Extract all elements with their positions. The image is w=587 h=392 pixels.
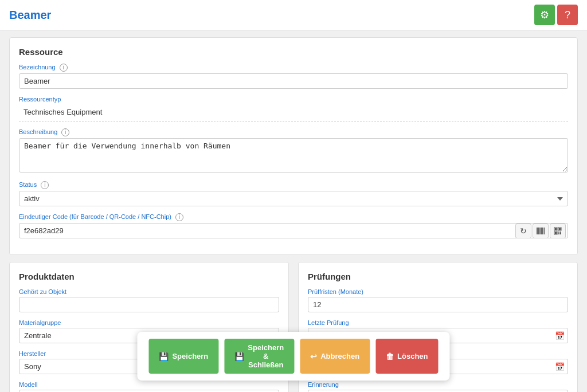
- gehoert-input[interactable]: [19, 297, 279, 312]
- page-title: Beamer: [9, 9, 51, 22]
- gear-button[interactable]: ⚙: [534, 5, 555, 25]
- code-input[interactable]: [19, 223, 568, 238]
- svg-rect-13: [560, 232, 561, 233]
- svg-rect-11: [555, 232, 557, 234]
- beschreibung-info-icon: i: [61, 128, 69, 136]
- prueffristen-group: Prüffristen (Monate): [308, 288, 568, 312]
- status-label: Status i: [19, 181, 568, 189]
- ressourcentyp-group: Ressourcentyp Technisches Equipment: [19, 96, 568, 121]
- beschreibung-textarea[interactable]: Beamer für die Verwendung innerhalb von …: [19, 138, 568, 173]
- action-bar: 💾 Speichern 💾 Speichern & Schließen ↩ Ab…: [137, 332, 449, 381]
- code-info-icon: i: [175, 213, 183, 221]
- produktdaten-title: Produktdaten: [19, 272, 279, 281]
- status-info-icon: i: [41, 181, 49, 189]
- svg-rect-5: [544, 228, 545, 234]
- cancel-icon: ↩: [310, 352, 317, 361]
- svg-rect-4: [542, 228, 543, 234]
- code-group: Eindeutiger Code (für Barcode / QR-Code …: [19, 213, 568, 238]
- letzte-calendar-icon[interactable]: 📅: [555, 331, 565, 340]
- erinnerung-input-wrapper: 📅: [308, 390, 568, 392]
- save-button[interactable]: 💾 Speichern: [148, 339, 218, 374]
- top-bar-icons: ⚙ ?: [534, 5, 578, 25]
- code-label: Eindeutiger Code (für Barcode / QR-Code …: [19, 213, 568, 221]
- gehoert-label: Gehört zu Objekt: [19, 288, 279, 295]
- bezeichnung-info-icon: i: [60, 64, 68, 72]
- save-close-button[interactable]: 💾 Speichern & Schließen: [224, 339, 294, 374]
- ressourcentyp-label: Ressourcentyp: [19, 96, 568, 103]
- svg-rect-15: [560, 233, 561, 234]
- cancel-label: Abbrechen: [320, 352, 359, 360]
- bezeichnung-input[interactable]: [19, 73, 568, 89]
- erinnerung-label: Erinnerung: [308, 381, 568, 388]
- bezeichnung-group: Bezeichnung i: [19, 64, 568, 89]
- status-group: Status i aktiv inaktiv gesperrt: [19, 181, 568, 206]
- svg-rect-12: [558, 232, 559, 233]
- svg-rect-3: [541, 228, 542, 234]
- cancel-button[interactable]: ↩ Abbrechen: [300, 339, 370, 374]
- svg-rect-0: [537, 228, 538, 234]
- modell-input[interactable]: [19, 390, 279, 392]
- erinnerung-input[interactable]: [308, 390, 568, 392]
- prueffristen-input[interactable]: [308, 297, 568, 312]
- barcode-icon-btn[interactable]: [533, 224, 549, 238]
- ressourcentyp-value: Technisches Equipment: [19, 104, 568, 121]
- pruefungen-title: Prüfungen: [308, 272, 568, 281]
- beschreibung-label: Beschreibung i: [19, 128, 568, 136]
- code-input-wrapper: ↻: [19, 223, 568, 238]
- save-label: Speichern: [172, 352, 208, 360]
- save-icon: 💾: [159, 352, 169, 361]
- svg-rect-1: [538, 228, 539, 234]
- materialgruppe-label: Materialgruppe: [19, 319, 279, 326]
- svg-rect-7: [555, 228, 557, 230]
- gehoert-group: Gehört zu Objekt: [19, 288, 279, 312]
- page-wrapper: Beamer ⚙ ? Ressource Bezeichnung i Resso…: [0, 0, 587, 392]
- help-button[interactable]: ?: [557, 5, 578, 25]
- beschreibung-group: Beschreibung i Beamer für die Verwendung…: [19, 128, 568, 174]
- modell-label: Modell: [19, 381, 279, 388]
- ressource-title: Ressource: [19, 47, 568, 57]
- barcode-icon: [537, 227, 545, 235]
- bezeichnung-label: Bezeichnung i: [19, 64, 568, 72]
- naechste-calendar-icon[interactable]: 📅: [555, 362, 565, 371]
- delete-label: Löschen: [397, 352, 428, 360]
- svg-rect-9: [559, 228, 561, 230]
- top-bar: Beamer ⚙ ?: [0, 0, 587, 30]
- qr-icon: [554, 227, 562, 235]
- ressource-card: Ressource Bezeichnung i Ressourcentyp Te…: [9, 37, 578, 255]
- erinnerung-group: Erinnerung 📅: [308, 381, 568, 392]
- svg-rect-2: [539, 228, 541, 234]
- save-close-icon: 💾: [234, 352, 244, 361]
- refresh-icon-btn[interactable]: ↻: [515, 224, 531, 238]
- svg-rect-14: [558, 233, 559, 234]
- prueffristen-label: Prüffristen (Monate): [308, 288, 568, 295]
- delete-icon: 🗑: [386, 352, 394, 361]
- qr-icon-btn[interactable]: [550, 224, 566, 238]
- modell-group: Modell: [19, 381, 279, 392]
- status-select[interactable]: aktiv inaktiv gesperrt: [19, 191, 568, 206]
- delete-button[interactable]: 🗑 Löschen: [375, 339, 438, 374]
- save-close-label: Speichern & Schließen: [248, 343, 284, 369]
- code-icon-group: ↻: [515, 224, 566, 238]
- letzte-label: Letzte Prüfung: [308, 319, 568, 326]
